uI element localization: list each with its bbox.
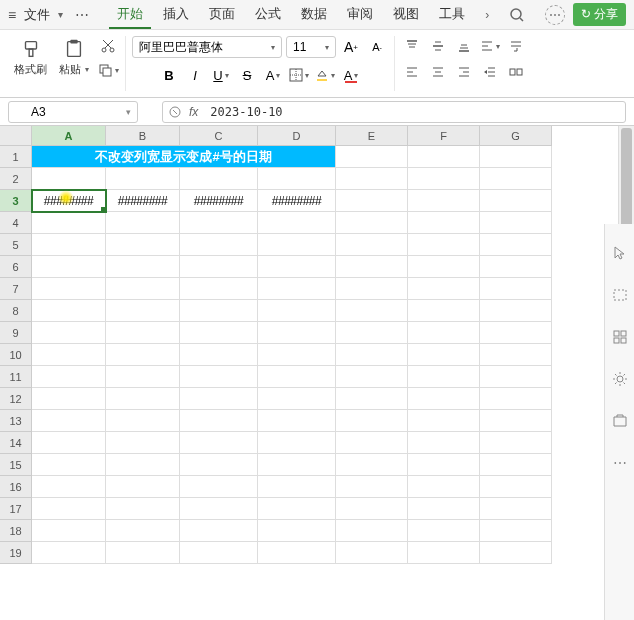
tab-3[interactable]: 公式 (247, 1, 289, 29)
cell-A14[interactable] (32, 432, 106, 454)
cell-E5[interactable] (336, 234, 408, 256)
cell-F16[interactable] (408, 476, 480, 498)
cell-A13[interactable] (32, 410, 106, 432)
column-header-D[interactable]: D (258, 126, 336, 146)
cell-C5[interactable] (180, 234, 258, 256)
cell-E16[interactable] (336, 476, 408, 498)
cell-G5[interactable] (480, 234, 552, 256)
cell-B11[interactable] (106, 366, 180, 388)
cell-C12[interactable] (180, 388, 258, 410)
align-middle-button[interactable] (427, 36, 449, 56)
cell-D7[interactable] (258, 278, 336, 300)
properties-icon[interactable] (611, 328, 629, 346)
cloud-icon[interactable]: ⋯ (545, 5, 565, 25)
cell-E7[interactable] (336, 278, 408, 300)
cell-G1[interactable] (480, 146, 552, 168)
cell-E12[interactable] (336, 388, 408, 410)
file-menu-dropdown-icon[interactable]: ▾ (58, 9, 63, 20)
cell-F1[interactable] (408, 146, 480, 168)
cell-C19[interactable] (180, 542, 258, 564)
cell-G19[interactable] (480, 542, 552, 564)
row-header-18[interactable]: 18 (0, 520, 32, 542)
row-header-15[interactable]: 15 (0, 454, 32, 476)
copy-button[interactable]: ▾ (97, 60, 119, 80)
strikethrough-button[interactable]: S (236, 64, 258, 86)
cell-F13[interactable] (408, 410, 480, 432)
cell-B19[interactable] (106, 542, 180, 564)
cell-B6[interactable] (106, 256, 180, 278)
cell-F11[interactable] (408, 366, 480, 388)
column-header-E[interactable]: E (336, 126, 408, 146)
cell-D19[interactable] (258, 542, 336, 564)
cell-A19[interactable] (32, 542, 106, 564)
cell-C10[interactable] (180, 344, 258, 366)
cell-F9[interactable] (408, 322, 480, 344)
cell-A2[interactable] (32, 168, 106, 190)
font-color-button[interactable]: A▾ (340, 64, 362, 86)
cell-D8[interactable] (258, 300, 336, 322)
cell-F15[interactable] (408, 454, 480, 476)
row-header-9[interactable]: 9 (0, 322, 32, 344)
more-tools-icon[interactable]: ⋯ (611, 454, 629, 472)
cell-A12[interactable] (32, 388, 106, 410)
cell-F6[interactable] (408, 256, 480, 278)
cell-D10[interactable] (258, 344, 336, 366)
font-effects-button[interactable]: A▾ (262, 64, 284, 86)
paste-button[interactable]: 粘贴▾ (55, 36, 93, 80)
cell-F10[interactable] (408, 344, 480, 366)
column-header-A[interactable]: A (32, 126, 106, 146)
menu-icon[interactable]: ≡ (8, 7, 16, 23)
decrease-indent-button[interactable] (479, 62, 501, 82)
cell-A3[interactable]: ######## (32, 190, 106, 212)
cell-F18[interactable] (408, 520, 480, 542)
cut-button[interactable] (97, 36, 119, 56)
increase-font-button[interactable]: A+ (340, 36, 362, 58)
cell-C7[interactable] (180, 278, 258, 300)
decrease-font-button[interactable]: A- (366, 36, 388, 58)
cell-F14[interactable] (408, 432, 480, 454)
cell-G17[interactable] (480, 498, 552, 520)
cell-B16[interactable] (106, 476, 180, 498)
cell-D15[interactable] (258, 454, 336, 476)
cell-G2[interactable] (480, 168, 552, 190)
row-header-4[interactable]: 4 (0, 212, 32, 234)
cell-A10[interactable] (32, 344, 106, 366)
tab-2[interactable]: 页面 (201, 1, 243, 29)
cell-E4[interactable] (336, 212, 408, 234)
cell-F12[interactable] (408, 388, 480, 410)
tab-4[interactable]: 数据 (293, 1, 335, 29)
row-header-1[interactable]: 1 (0, 146, 32, 168)
cell-C9[interactable] (180, 322, 258, 344)
tab-5[interactable]: 审阅 (339, 1, 381, 29)
row-header-10[interactable]: 10 (0, 344, 32, 366)
cell-C8[interactable] (180, 300, 258, 322)
cell-D13[interactable] (258, 410, 336, 432)
column-header-F[interactable]: F (408, 126, 480, 146)
cell-E8[interactable] (336, 300, 408, 322)
cell-G4[interactable] (480, 212, 552, 234)
cell-F4[interactable] (408, 212, 480, 234)
cell-A16[interactable] (32, 476, 106, 498)
cell-C11[interactable] (180, 366, 258, 388)
cell-B17[interactable] (106, 498, 180, 520)
column-header-G[interactable]: G (480, 126, 552, 146)
cell-F3[interactable] (408, 190, 480, 212)
cell-A4[interactable] (32, 212, 106, 234)
select-all-corner[interactable] (0, 126, 32, 146)
row-header-14[interactable]: 14 (0, 432, 32, 454)
cell-A6[interactable] (32, 256, 106, 278)
cell-D5[interactable] (258, 234, 336, 256)
file-menu[interactable]: 文件 (24, 6, 50, 24)
cell-A17[interactable] (32, 498, 106, 520)
cell-A18[interactable] (32, 520, 106, 542)
cell-B10[interactable] (106, 344, 180, 366)
cell-D14[interactable] (258, 432, 336, 454)
align-top-button[interactable] (401, 36, 423, 56)
cell-D6[interactable] (258, 256, 336, 278)
select-tool-icon[interactable] (611, 244, 629, 262)
align-left-button[interactable] (401, 62, 423, 82)
cell-A8[interactable] (32, 300, 106, 322)
cell-E9[interactable] (336, 322, 408, 344)
cell-E17[interactable] (336, 498, 408, 520)
row-header-17[interactable]: 17 (0, 498, 32, 520)
